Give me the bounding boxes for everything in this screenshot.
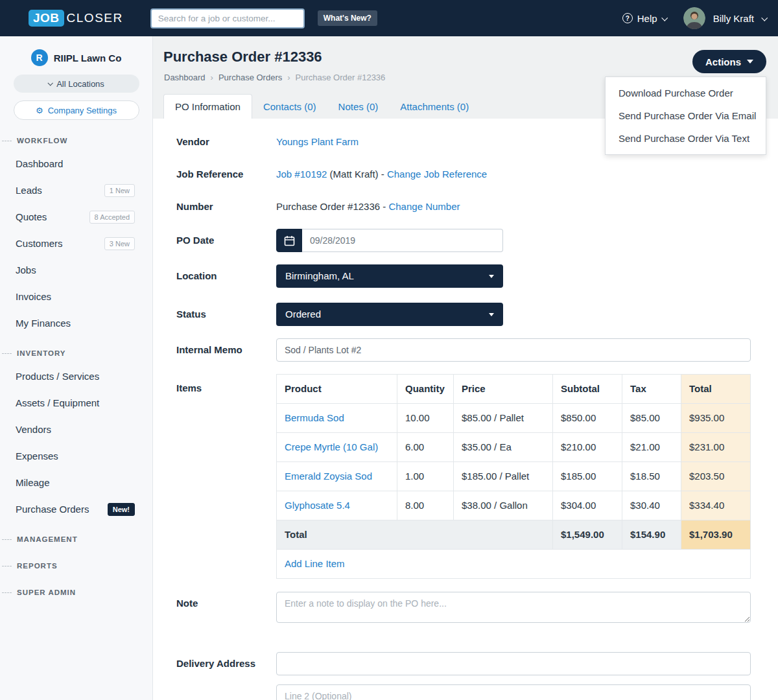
whats-new-button[interactable]: What's New?: [318, 10, 377, 26]
section-label: MANAGEMENT: [17, 535, 78, 543]
tab-contacts[interactable]: Contacts (0): [252, 95, 327, 119]
job-reference-text: (Matt Kraft) -: [330, 169, 384, 180]
tab-attachments[interactable]: Attachments (0): [389, 95, 480, 119]
top-navigation-bar: JOB CLOSER What's New? ? Help Billy Kraf…: [0, 0, 778, 36]
sidebar-section-management[interactable]: MANAGEMENT: [0, 522, 152, 549]
company-settings-label: Company Settings: [48, 106, 117, 115]
sidebar-item-invoices[interactable]: Invoices: [0, 283, 152, 310]
app-logo[interactable]: JOB CLOSER: [29, 10, 123, 27]
delivery-address-row: Delivery Address: [176, 652, 751, 700]
status-select[interactable]: Ordered: [276, 303, 503, 326]
subtotal-cell: $850.00: [553, 404, 622, 433]
change-job-reference-link[interactable]: Change Job Reference: [387, 169, 487, 180]
section-dash: [2, 353, 12, 354]
chevron-down-icon: [761, 14, 768, 21]
status-selected-value: Ordered: [285, 308, 321, 321]
internal-memo-input[interactable]: [276, 338, 751, 362]
job-link[interactable]: Job #10192: [276, 169, 327, 180]
location-select[interactable]: Birmingham, AL: [276, 264, 503, 288]
items-table: Product Quantity Price Subtotal Tax Tota…: [276, 374, 751, 579]
number-row: Number Purchase Order #12336 - Change Nu…: [176, 200, 751, 213]
calendar-icon: [284, 235, 295, 246]
delivery-address-label: Delivery Address: [176, 652, 276, 700]
all-locations-label: All Locations: [56, 79, 104, 89]
sidebar-item-expenses[interactable]: Expenses: [0, 443, 152, 469]
menu-item-download-purchase-order[interactable]: Download Purchase Order: [606, 82, 766, 104]
sidebar-item-purchase-orders[interactable]: Purchase OrdersNew!: [0, 496, 152, 522]
sidebar-item-assets-equipment[interactable]: Assets / Equipment: [0, 390, 152, 416]
product-link[interactable]: Emerald Zoysia Sod: [285, 471, 372, 482]
sidebar-item-mileage[interactable]: Mileage: [0, 469, 152, 496]
menu-item-send-purchase-order-email[interactable]: Send Purchase Order Via Email: [606, 104, 766, 127]
breadcrumb-purchase-orders[interactable]: Purchase Orders: [218, 73, 282, 82]
items-row: Items Product Quantity Price Subtotal Ta…: [176, 374, 751, 579]
sidebar-item-label: Purchase Orders: [16, 502, 89, 516]
actions-button[interactable]: Actions: [692, 50, 766, 73]
tab-notes[interactable]: Notes (0): [327, 95, 390, 119]
sidebar-item-label: Jobs: [16, 263, 36, 277]
breadcrumb-dashboard[interactable]: Dashboard: [164, 73, 206, 82]
job-reference-label: Job Reference: [176, 168, 276, 181]
caret-down-icon: [747, 60, 753, 64]
vendor-link[interactable]: Youngs Plant Farm: [276, 136, 359, 147]
change-number-link[interactable]: Change Number: [388, 201, 460, 212]
sidebar-item-leads[interactable]: Leads1 New: [0, 177, 152, 204]
note-textarea[interactable]: [276, 592, 751, 623]
tab-po-information[interactable]: PO Information: [163, 94, 252, 119]
location-selected-value: Birmingham, AL: [285, 270, 354, 283]
product-link[interactable]: Glyphosate 5.4: [285, 500, 350, 511]
sidebar-item-label: Products / Services: [16, 369, 99, 383]
menu-item-send-purchase-order-text[interactable]: Send Purchase Order Via Text: [606, 127, 766, 150]
total-cell: $231.00: [681, 433, 751, 462]
sidebar-item-products-services[interactable]: Products / Services: [0, 363, 152, 390]
help-icon: ?: [622, 13, 633, 23]
col-header-price: Price: [454, 375, 553, 404]
new-badge: New!: [108, 503, 135, 516]
number-label: Number: [176, 200, 276, 213]
total-row-subtotal: $1,549.00: [553, 520, 622, 550]
company-settings-button[interactable]: ⚙ Company Settings: [14, 100, 139, 120]
all-locations-dropdown[interactable]: All Locations: [14, 75, 139, 93]
product-link[interactable]: Crepe Myrtle (10 Gal): [285, 441, 378, 452]
sidebar-item-vendors[interactable]: Vendors: [0, 416, 152, 443]
user-avatar[interactable]: [683, 7, 705, 29]
po-date-input[interactable]: [302, 229, 503, 252]
breadcrumb-separator: ›: [287, 73, 290, 82]
quantity-cell: 8.00: [397, 491, 454, 520]
sidebar-item-customers[interactable]: Customers3 New: [0, 230, 152, 257]
logo-primary: JOB: [29, 10, 64, 27]
status-row: Status Ordered: [176, 303, 751, 326]
sidebar-item-label: Dashboard: [16, 157, 63, 170]
search-input[interactable]: [150, 8, 305, 29]
delivery-address-line1-input[interactable]: [276, 652, 751, 675]
add-line-item-link[interactable]: Add Line Item: [285, 558, 345, 569]
table-row: Glyphosate 5.4 8.00 $38.00 / Gallon $304…: [277, 491, 751, 520]
sidebar-item-jobs[interactable]: Jobs: [0, 257, 152, 283]
col-header-total: Total: [681, 375, 751, 404]
help-menu[interactable]: ? Help: [622, 13, 666, 24]
breadcrumb-current: Purchase Order #12336: [296, 73, 386, 82]
product-link[interactable]: Bermuda Sod: [285, 412, 344, 423]
user-menu-name[interactable]: Billy Kraft: [713, 13, 754, 24]
delivery-address-line2-input[interactable]: [276, 684, 751, 700]
section-label: SUPER ADMIN: [17, 589, 76, 596]
sidebar-section-reports[interactable]: REPORTS: [0, 549, 152, 576]
tab-bar: PO Information Contacts (0) Notes (0) At…: [163, 94, 480, 119]
price-cell: $35.00 / Ea: [454, 433, 553, 462]
total-row-grand-total: $1,703.90: [681, 520, 751, 550]
sidebar-item-quotes[interactable]: Quotes8 Accepted: [0, 204, 152, 230]
table-total-row: Total $1,549.00 $154.90 $1,703.90: [277, 520, 751, 550]
section-dash: [2, 592, 12, 593]
sidebar-section-super-admin[interactable]: SUPER ADMIN: [0, 576, 152, 602]
count-badge: 8 Accepted: [89, 211, 135, 224]
sidebar-item-label: Invoices: [16, 290, 51, 303]
calendar-button[interactable]: [276, 229, 302, 252]
company-switcher[interactable]: R RIIPL Lawn Co: [0, 49, 152, 66]
subtotal-cell: $304.00: [553, 491, 622, 520]
add-line-item-row: Add Line Item: [277, 550, 751, 579]
sidebar-item-my-finances[interactable]: My Finances: [0, 310, 152, 336]
internal-memo-label: Internal Memo: [176, 338, 276, 362]
table-row: Emerald Zoysia Sod 1.00 $185.00 / Pallet…: [277, 462, 751, 491]
sidebar-item-dashboard[interactable]: Dashboard: [0, 150, 152, 177]
subtotal-cell: $210.00: [553, 433, 622, 462]
